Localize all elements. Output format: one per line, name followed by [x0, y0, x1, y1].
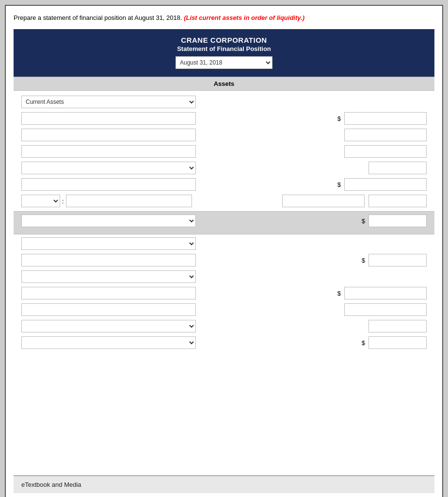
asset-row-2 — [21, 129, 427, 141]
asset-row-11: $ — [21, 287, 427, 299]
dollar-9: $ — [362, 257, 365, 264]
date-select[interactable]: August 31, 2018 December 31, 2018 — [176, 56, 272, 69]
footer-label: eTextbook and Media — [21, 481, 81, 488]
asset-amount-right-6[interactable] — [368, 195, 427, 207]
section-dropdown-8[interactable]: Property, Plant and Equipment Long-Term … — [21, 237, 196, 250]
assets-section-header: Assets — [14, 77, 434, 91]
asset-right-4[interactable] — [368, 162, 427, 174]
footer: eTextbook and Media — [14, 475, 434, 493]
colon-6: : — [62, 198, 64, 205]
dollar-14: $ — [362, 339, 365, 347]
asset-label-9[interactable] — [21, 254, 196, 266]
asset-amount-12[interactable] — [344, 303, 427, 316]
page: Prepare a statement of financial positio… — [5, 5, 443, 497]
asset-row-4: Cash Accounts Receivable Inventory Prepa… — [21, 162, 427, 174]
statement-title: Statement of Financial Position — [18, 45, 430, 52]
dollar-7: $ — [362, 217, 365, 225]
asset-dropdown-13[interactable]: Net PP&E Total PP&E Less Accumulated Dep… — [21, 320, 196, 332]
asset-amount-11[interactable] — [344, 287, 427, 299]
current-assets-row: Current Assets Cash Accounts Receivable … — [21, 96, 427, 108]
asset-label-2[interactable] — [21, 129, 196, 141]
instruction-text: Prepare a statement of financial positio… — [14, 14, 182, 21]
section-row-10: Property, Plant and Equipment Land Build… — [21, 270, 427, 283]
instruction: Prepare a statement of financial positio… — [14, 14, 434, 22]
asset-row-3 — [21, 145, 427, 158]
asset-row-9: $ — [21, 254, 427, 266]
asset-small-dropdown-6[interactable]: Less Add — [21, 195, 60, 207]
current-assets-dropdown[interactable]: Current Assets Cash Accounts Receivable … — [21, 96, 196, 108]
asset-label-11[interactable] — [21, 287, 196, 299]
section-dropdown-10[interactable]: Property, Plant and Equipment Land Build… — [21, 270, 196, 283]
asset-total-14[interactable] — [368, 336, 427, 349]
asset-amount-9[interactable] — [368, 254, 427, 266]
asset-dropdown-14[interactable]: Total Assets Total Long-Term Assets — [21, 336, 196, 349]
asset-label-3[interactable] — [21, 145, 196, 158]
company-name: CRANE CORPORATION — [18, 36, 430, 44]
asset-row-12 — [21, 303, 427, 316]
asset-amount-mid-6[interactable] — [282, 195, 365, 207]
asset-label-1[interactable] — [21, 112, 196, 125]
dollar-1: $ — [337, 115, 341, 122]
asset-amount-5[interactable] — [344, 178, 427, 191]
asset-amount-2[interactable] — [344, 129, 427, 141]
form-area: Current Assets Cash Accounts Receivable … — [14, 91, 434, 475]
asset-row-6: Less Add : — [21, 195, 427, 207]
header-box: CRANE CORPORATION Statement of Financial… — [14, 29, 434, 77]
section-row-8: Property, Plant and Equipment Long-Term … — [21, 237, 427, 250]
asset-label-5[interactable] — [21, 178, 196, 191]
asset-row-13: Net PP&E Total PP&E Less Accumulated Dep… — [21, 320, 427, 332]
section-total-row: Total Current Assets Total Assets $ — [21, 215, 427, 227]
section-dropdown-7[interactable]: Total Current Assets Total Assets — [21, 215, 196, 227]
asset-row-1: $ — [21, 112, 427, 125]
dollar-11: $ — [337, 290, 341, 297]
section-divider: Total Current Assets Total Assets $ — [14, 211, 434, 234]
asset-amount-3[interactable] — [344, 145, 427, 158]
dollar-5: $ — [337, 181, 341, 188]
asset-label-12[interactable] — [21, 303, 196, 316]
asset-row-5: $ — [21, 178, 427, 191]
instruction-highlight: (List current assets in order of liquidi… — [184, 14, 304, 21]
section-total-amount-7[interactable] — [368, 215, 427, 227]
asset-amount-right-13[interactable] — [368, 320, 427, 332]
asset-row-14: Total Assets Total Long-Term Assets $ — [21, 336, 427, 349]
asset-amount-1[interactable] — [344, 112, 427, 125]
asset-dropdown-4[interactable]: Cash Accounts Receivable Inventory Prepa… — [21, 162, 196, 174]
asset-label-6[interactable] — [66, 195, 192, 207]
